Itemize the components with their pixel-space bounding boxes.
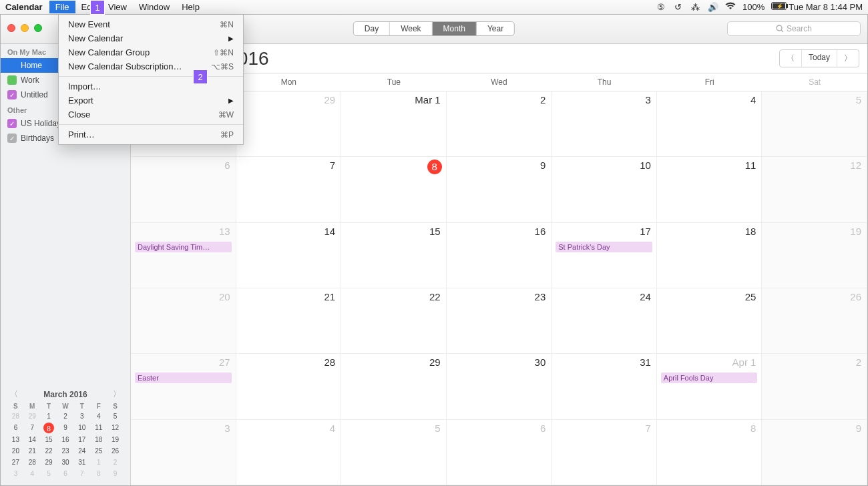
mini-day[interactable]: 30: [57, 457, 74, 467]
mini-day[interactable]: 19: [107, 435, 124, 445]
mini-day[interactable]: 9: [57, 423, 74, 433]
mini-day[interactable]: 3: [73, 411, 90, 421]
day-cell[interactable]: 25: [657, 288, 763, 354]
day-cell[interactable]: 20: [131, 288, 236, 354]
mini-day[interactable]: 25: [90, 446, 107, 456]
checkbox-icon[interactable]: ✓: [7, 90, 17, 99]
calendar-event[interactable]: St Patrick's Day: [556, 242, 652, 252]
menu-help[interactable]: Help: [176, 1, 206, 13]
prev-month-button[interactable]: 〈: [780, 50, 802, 67]
view-day[interactable]: Day: [354, 22, 390, 35]
day-cell[interactable]: 12: [762, 157, 867, 222]
day-cell[interactable]: Mar 1: [341, 91, 447, 157]
day-cell[interactable]: 18: [657, 223, 763, 288]
mini-day[interactable]: 4: [24, 469, 41, 479]
checkbox-icon[interactable]: [7, 61, 17, 70]
menu-export[interactable]: Export▶: [59, 93, 243, 107]
day-cell[interactable]: 9: [762, 420, 867, 485]
day-cell[interactable]: 5: [762, 91, 867, 157]
menu-window[interactable]: Window: [133, 1, 176, 13]
mini-next-month[interactable]: 〉: [110, 389, 124, 400]
mini-day[interactable]: 29: [24, 411, 41, 421]
mini-day[interactable]: 20: [7, 446, 24, 456]
view-week[interactable]: Week: [390, 22, 432, 35]
day-cell[interactable]: 3: [552, 91, 657, 157]
day-cell[interactable]: 6: [131, 157, 236, 222]
mini-prev-month[interactable]: 〈: [7, 389, 21, 400]
menu-view[interactable]: View: [102, 1, 133, 13]
day-cell[interactable]: 9: [447, 157, 552, 222]
day-cell[interactable]: Apr 1April Fools Day: [657, 354, 763, 419]
day-cell[interactable]: 4: [657, 91, 763, 157]
shield-icon[interactable]: ⑤: [656, 2, 666, 12]
next-month-button[interactable]: 〉: [837, 50, 859, 67]
mini-day[interactable]: 27: [7, 457, 24, 467]
mini-day[interactable]: 11: [90, 423, 107, 433]
mini-day[interactable]: 14: [24, 435, 41, 445]
mini-day[interactable]: 28: [24, 457, 41, 467]
mini-day[interactable]: 3: [7, 469, 24, 479]
battery-percent[interactable]: 100%: [742, 2, 765, 12]
menu-new-event[interactable]: New Event⌘N: [59, 17, 243, 31]
mini-day[interactable]: 13: [7, 435, 24, 445]
mini-day[interactable]: 18: [90, 435, 107, 445]
mini-day[interactable]: 9: [107, 469, 124, 479]
mini-day[interactable]: 22: [41, 446, 57, 456]
app-name[interactable]: Calendar: [5, 2, 43, 12]
mini-day[interactable]: 23: [57, 446, 74, 456]
day-cell[interactable]: 6: [447, 420, 552, 485]
day-cell[interactable]: 19: [762, 223, 867, 288]
mini-day[interactable]: 1: [90, 457, 107, 467]
mini-day[interactable]: 24: [73, 446, 90, 456]
day-cell[interactable]: 3: [131, 420, 236, 485]
mini-day[interactable]: 29: [41, 457, 57, 467]
mini-day[interactable]: 5: [41, 469, 57, 479]
day-cell[interactable]: 8: [657, 420, 763, 485]
minimize-window-button[interactable]: [21, 24, 29, 32]
day-cell[interactable]: 14: [236, 223, 342, 288]
calendar-event[interactable]: Daylight Saving Tim…: [135, 242, 232, 252]
day-cell[interactable]: 2: [762, 354, 867, 419]
day-cell[interactable]: 13Daylight Saving Tim…: [131, 223, 236, 288]
day-cell[interactable]: 10: [552, 157, 657, 222]
day-cell[interactable]: 11: [657, 157, 763, 222]
mini-day[interactable]: 16: [57, 435, 74, 445]
zoom-window-button[interactable]: [34, 24, 42, 32]
mini-day[interactable]: 15: [41, 435, 57, 445]
mini-day[interactable]: 4: [90, 411, 107, 421]
mini-day[interactable]: 31: [73, 457, 90, 467]
menu-import[interactable]: Import…: [59, 79, 243, 93]
calendar-event[interactable]: April Fools Day: [661, 373, 758, 383]
menu-print[interactable]: Print…⌘P: [59, 128, 243, 142]
day-cell[interactable]: 27Easter: [131, 354, 236, 419]
day-cell[interactable]: 17St Patrick's Day: [552, 223, 657, 288]
day-cell[interactable]: 8: [341, 157, 447, 222]
mini-day[interactable]: 17: [73, 435, 90, 445]
today-button[interactable]: Today: [802, 50, 837, 67]
day-cell[interactable]: 2: [447, 91, 552, 157]
mini-day[interactable]: 10: [73, 423, 90, 433]
day-cell[interactable]: 26: [762, 288, 867, 354]
wifi-icon[interactable]: [725, 2, 736, 12]
menu-close[interactable]: Close⌘W: [59, 107, 243, 121]
close-window-button[interactable]: [7, 24, 15, 32]
mini-day[interactable]: 6: [57, 469, 74, 479]
calendar-event[interactable]: Easter: [135, 373, 232, 383]
menubar-clock[interactable]: Tue Mar 8 1:44 PM: [789, 2, 863, 12]
day-cell[interactable]: 15: [341, 223, 447, 288]
day-cell[interactable]: 22: [341, 288, 447, 354]
menu-new-calendar-group[interactable]: New Calendar Group⇧⌘N: [59, 45, 243, 59]
checkbox-icon[interactable]: ✓: [7, 119, 17, 128]
day-cell[interactable]: 7: [552, 420, 657, 485]
day-cell[interactable]: 21: [236, 288, 342, 354]
checkbox-icon[interactable]: [7, 75, 17, 85]
bluetooth-icon[interactable]: ⁂: [690, 2, 701, 12]
checkbox-icon[interactable]: ✓: [7, 134, 17, 143]
day-cell[interactable]: 23: [447, 288, 552, 354]
day-cell[interactable]: 30: [447, 354, 552, 419]
mini-day[interactable]: 7: [24, 423, 41, 433]
mini-day[interactable]: 6: [7, 423, 24, 433]
view-month[interactable]: Month: [433, 22, 477, 35]
day-cell[interactable]: 29: [341, 354, 447, 419]
mini-day[interactable]: 7: [73, 469, 90, 479]
